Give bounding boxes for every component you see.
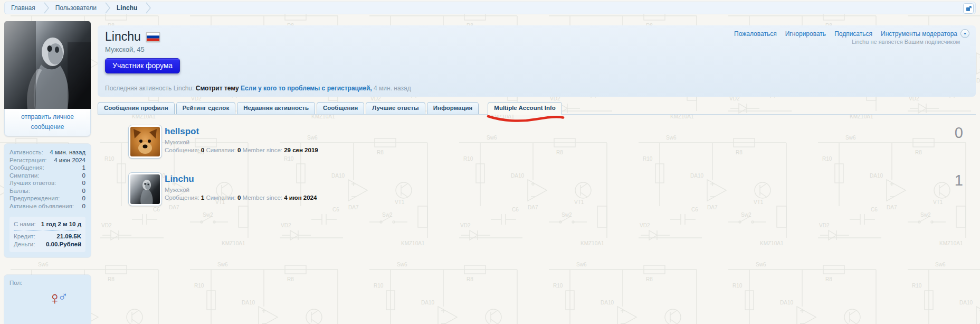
breadcrumb-home[interactable]: Главная — [5, 2, 44, 14]
last-activity-action: Смотрит тему — [196, 85, 239, 92]
linchu-avatar[interactable] — [129, 173, 161, 206]
multiple-account-list: hellspot Мужской Сообщения: 0 Симпатии: … — [98, 123, 976, 218]
extra-label: Кредит: — [14, 233, 35, 240]
stat-value: 4 июн 2024 — [54, 156, 85, 164]
profile-username: Linchu — [105, 30, 141, 44]
tab-trade-rating[interactable]: Рейтинг сделок — [176, 102, 236, 114]
russian-flag-icon — [146, 32, 160, 42]
member-stats-line: Сообщения: 0 Симпатии: 0 Member since: 2… — [165, 147, 976, 153]
profile-tabs: Сообщения профиля Рейтинг сделок Недавня… — [98, 100, 976, 115]
tab-best-answers[interactable]: Лучшие ответы — [366, 102, 425, 114]
member-stats-line: Сообщения: 1 Симпатии: 0 Member since: 4… — [165, 195, 976, 201]
stat-value[interactable]: 0 — [82, 187, 85, 195]
stat-label: Предупреждения: — [9, 195, 60, 202]
ignore-link[interactable]: Игнорировать — [785, 30, 826, 38]
stat-value[interactable]: 0 — [82, 172, 85, 180]
member-gender: Мужской — [165, 187, 976, 193]
breadcrumb-current-linchu[interactable]: Linchu — [110, 2, 146, 14]
last-activity-thread-link[interactable]: Если у кого то проблемы с регистрацией, — [241, 85, 372, 92]
extra-value: 21.09.5K — [56, 233, 81, 240]
likes-count: 0 — [237, 147, 241, 153]
report-link[interactable]: Пожаловаться — [734, 30, 777, 38]
breadcrumb-users[interactable]: Пользователи — [49, 2, 105, 14]
extra-row-credit: Кредит: 21.09.5K — [14, 233, 81, 240]
role-badge-button[interactable]: Участник форума — [105, 58, 180, 73]
stat-label: Сообщения: — [9, 164, 44, 172]
stat-row-warnings: Предупреждения: 0 — [9, 195, 85, 202]
hellspot-avatar[interactable] — [129, 125, 161, 158]
stat-label: Симпатии: — [9, 172, 39, 180]
stat-row-best-answers: Лучших ответов: 0 — [9, 179, 85, 187]
last-activity-time: 4 мин. назад — [374, 85, 411, 92]
tab-messages[interactable]: Сообщения — [317, 102, 364, 114]
member-name-link[interactable]: hellspot — [165, 126, 199, 137]
messages-label: Сообщения: — [165, 147, 199, 153]
stat-row-activity: Активность: 4 мин. назад — [9, 149, 85, 156]
likes-label: Симпатии: — [206, 195, 235, 201]
extra-row-money: Деньги: 0.00.Рублей — [14, 240, 81, 248]
moderator-tools-dropdown-button[interactable]: ▼ — [960, 29, 969, 38]
last-activity-line: Последняя активность Linchu: Смотрит тем… — [105, 85, 411, 92]
tab-multiple-account-info[interactable]: Multiple Account Info — [488, 102, 562, 115]
chevron-right-icon — [105, 2, 110, 14]
membership-finance-box: С нами: 1 год 2 м 10 д Кредит: 21.09.5K … — [9, 217, 85, 252]
member-big-count: 1 — [955, 172, 963, 189]
profile-stats-panel: Активность: 4 мин. назад Регистрация: 4 … — [4, 144, 91, 257]
member-since-label: Member since: — [243, 147, 282, 153]
profile-avatar[interactable] — [4, 21, 91, 109]
extra-value: 0.00.Рублей — [46, 240, 81, 248]
stat-row-messages: Сообщения: 1 — [9, 164, 85, 172]
extra-row-with-us: С нами: 1 год 2 м 10 д — [14, 220, 81, 230]
gender-panel: Пол: ♀♂ — [4, 275, 91, 324]
member-since-value: 4 июн 2024 — [284, 195, 317, 201]
chevron-right-icon — [146, 2, 151, 14]
stat-row-active-ads: Активные объявления: 0 — [9, 202, 85, 210]
member-big-count: 0 — [955, 124, 963, 142]
stat-value[interactable]: 1 — [82, 164, 85, 172]
member-row-hellspot: hellspot Мужской Сообщения: 0 Симпатии: … — [98, 123, 976, 171]
member-since-value: 29 сен 2019 — [284, 147, 318, 153]
stat-label: Активность: — [9, 149, 43, 156]
send-private-message-link[interactable]: отправить личное сообщение — [4, 109, 91, 136]
chevron-right-icon — [44, 2, 49, 14]
share-page-icon — [966, 6, 972, 12]
red-underline-annotation — [484, 114, 567, 123]
moderator-tools-link[interactable]: Инструменты модератора — [881, 30, 957, 38]
stat-label: Регистрация: — [9, 156, 46, 164]
extra-label: Деньги: — [14, 240, 35, 248]
messages-count: 0 — [201, 147, 204, 153]
chevron-down-icon: ▼ — [963, 32, 967, 35]
tab-information[interactable]: Информация — [427, 102, 479, 114]
dog-avatar-art — [130, 127, 160, 156]
stat-row-points: Баллы: 0 — [9, 187, 85, 195]
profile-action-links: Пожаловаться Игнорировать Подписаться Ин… — [734, 29, 969, 38]
last-activity-prefix: Последняя активность Linchu: — [105, 85, 194, 92]
stat-label: Лучших ответов: — [9, 179, 56, 187]
subscriber-note: Linchu не является Вашим подписчиком — [852, 39, 960, 45]
member-name-link[interactable]: Linchu — [165, 174, 194, 184]
tab-recent-activity[interactable]: Недавняя активность — [237, 102, 315, 114]
stat-value: 4 мин. назад — [50, 149, 85, 156]
likes-count: 0 — [237, 195, 241, 201]
breadcrumb: Главная Пользователи Linchu — [4, 2, 976, 14]
gender-label: Пол: — [9, 280, 85, 286]
stat-row-registration: Регистрация: 4 июн 2024 — [9, 156, 85, 164]
profile-gender-age: Мужской, 45 — [105, 45, 968, 53]
stat-row-likes: Симпатии: 0 — [9, 172, 85, 180]
stat-label: Активные объявления: — [9, 202, 74, 210]
tab-profile-posts[interactable]: Сообщения профиля — [98, 102, 175, 114]
tab-label: Multiple Account Info — [494, 105, 555, 111]
share-page-button[interactable] — [963, 3, 974, 14]
profile-sidebar: отправить личное сообщение Активность: 4… — [4, 21, 91, 324]
member-since-label: Member since: — [243, 195, 282, 201]
profile-main: Linchu Мужской, 45 Участник форума После… — [98, 25, 976, 218]
likes-label: Симпатии: — [206, 147, 235, 153]
profile-header-card: Linchu Мужской, 45 Участник форума После… — [98, 25, 976, 97]
subscribe-link[interactable]: Подписаться — [834, 30, 872, 38]
messages-label: Сообщения: — [165, 195, 199, 201]
extra-value: 1 год 2 м 10 д — [41, 220, 81, 228]
male-icon: ♂ — [58, 288, 69, 304]
silver-surfer-avatar-art — [130, 174, 160, 204]
member-gender: Мужской — [165, 139, 976, 145]
extra-label: С нами: — [14, 220, 36, 228]
